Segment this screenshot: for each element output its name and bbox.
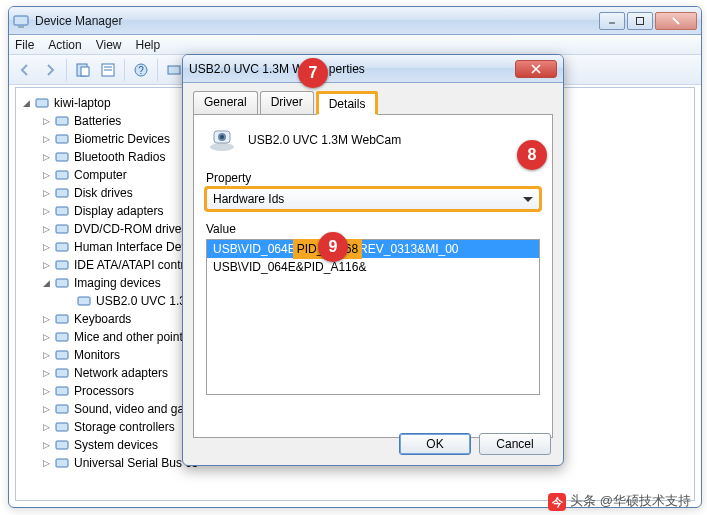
- menu-help[interactable]: Help: [136, 38, 161, 52]
- webcam-icon: [76, 293, 92, 309]
- svg-rect-7: [81, 67, 89, 76]
- tab-general[interactable]: General: [193, 91, 258, 115]
- value-listbox[interactable]: USB\VID_064EPID_A1168REV_0313&MI_00 USB\…: [206, 239, 540, 395]
- svg-rect-16: [56, 117, 68, 125]
- svg-rect-22: [56, 225, 68, 233]
- menu-file[interactable]: File: [15, 38, 34, 52]
- device-category-icon: [54, 401, 70, 417]
- callout-8: 8: [517, 140, 547, 170]
- callout-9: 9: [318, 232, 348, 262]
- device-category-icon: [54, 365, 70, 381]
- svg-rect-15: [36, 99, 48, 107]
- svg-text:?: ?: [138, 65, 144, 76]
- device-category-icon: [54, 329, 70, 345]
- menu-action[interactable]: Action: [48, 38, 81, 52]
- svg-rect-29: [56, 351, 68, 359]
- list-item[interactable]: USB\VID_064E&PID_A116&: [207, 258, 539, 276]
- maximize-button[interactable]: [627, 12, 653, 30]
- svg-rect-31: [56, 387, 68, 395]
- svg-point-41: [220, 135, 224, 139]
- device-category-icon: [54, 203, 70, 219]
- window-controls: [599, 12, 697, 30]
- svg-rect-26: [78, 297, 90, 305]
- ok-button[interactable]: OK: [399, 433, 471, 455]
- svg-rect-24: [56, 261, 68, 269]
- value-label: Value: [206, 222, 540, 236]
- property-value: Hardware Ids: [213, 192, 284, 206]
- webcam-icon: [206, 127, 238, 153]
- svg-rect-1: [18, 26, 24, 28]
- device-category-icon: [54, 149, 70, 165]
- property-combobox[interactable]: Hardware Ids: [206, 188, 540, 210]
- svg-rect-30: [56, 369, 68, 377]
- computer-icon: [34, 95, 50, 111]
- titlebar: Device Manager: [9, 7, 701, 35]
- svg-rect-3: [637, 17, 644, 24]
- svg-rect-35: [56, 459, 68, 467]
- device-category-icon: [54, 437, 70, 453]
- device-category-icon: [54, 239, 70, 255]
- menubar: File Action View Help: [9, 35, 701, 55]
- show-hidden-button[interactable]: [71, 58, 95, 82]
- cancel-button[interactable]: Cancel: [479, 433, 551, 455]
- dialog-close-button[interactable]: [515, 60, 557, 78]
- svg-rect-23: [56, 243, 68, 251]
- svg-rect-13: [168, 66, 180, 74]
- window-title: Device Manager: [35, 14, 599, 28]
- svg-rect-17: [56, 135, 68, 143]
- device-category-icon: [54, 419, 70, 435]
- close-button[interactable]: [655, 12, 697, 30]
- svg-rect-0: [14, 16, 28, 25]
- svg-rect-28: [56, 333, 68, 341]
- svg-rect-19: [56, 171, 68, 179]
- svg-rect-18: [56, 153, 68, 161]
- minimize-button[interactable]: [599, 12, 625, 30]
- svg-line-5: [673, 18, 679, 24]
- chevron-down-icon: [523, 192, 533, 206]
- device-category-icon: [54, 383, 70, 399]
- dialog-title: USB2.0 UVC 1.3M WebC perties: [189, 62, 515, 76]
- tab-details[interactable]: Details: [316, 91, 379, 115]
- menu-view[interactable]: View: [96, 38, 122, 52]
- svg-rect-20: [56, 189, 68, 197]
- device-category-icon: [54, 311, 70, 327]
- callout-7: 7: [298, 58, 328, 88]
- back-button[interactable]: [13, 58, 37, 82]
- svg-rect-21: [56, 207, 68, 215]
- forward-button[interactable]: [38, 58, 62, 82]
- tab-strip: General Driver Details: [193, 91, 553, 115]
- device-category-icon: [54, 167, 70, 183]
- svg-rect-33: [56, 423, 68, 431]
- device-category-icon: [54, 113, 70, 129]
- tab-driver[interactable]: Driver: [260, 91, 314, 115]
- svg-rect-34: [56, 441, 68, 449]
- list-item[interactable]: USB\VID_064EPID_A1168REV_0313&MI_00: [207, 240, 539, 258]
- device-category-icon: [54, 455, 70, 471]
- device-category-icon: [54, 221, 70, 237]
- device-category-icon: [54, 185, 70, 201]
- help-button[interactable]: ?: [129, 58, 153, 82]
- dialog-titlebar: USB2.0 UVC 1.3M WebC perties: [183, 55, 563, 83]
- properties-dialog: USB2.0 UVC 1.3M WebC perties General Dri…: [182, 54, 564, 466]
- svg-rect-25: [56, 279, 68, 287]
- tab-panel-details: USB2.0 UVC 1.3M WebCam Property Hardware…: [193, 114, 553, 438]
- svg-point-38: [210, 143, 234, 151]
- device-category-icon: [54, 257, 70, 273]
- properties-button[interactable]: [96, 58, 120, 82]
- device-name: USB2.0 UVC 1.3M WebCam: [248, 133, 401, 147]
- app-icon: [13, 13, 29, 29]
- device-category-icon: [54, 347, 70, 363]
- property-label: Property: [206, 171, 540, 185]
- svg-rect-27: [56, 315, 68, 323]
- device-category-icon: [54, 131, 70, 147]
- svg-rect-32: [56, 405, 68, 413]
- watermark: 今头条 @华硕技术支持: [548, 492, 691, 511]
- device-category-icon: [54, 275, 70, 291]
